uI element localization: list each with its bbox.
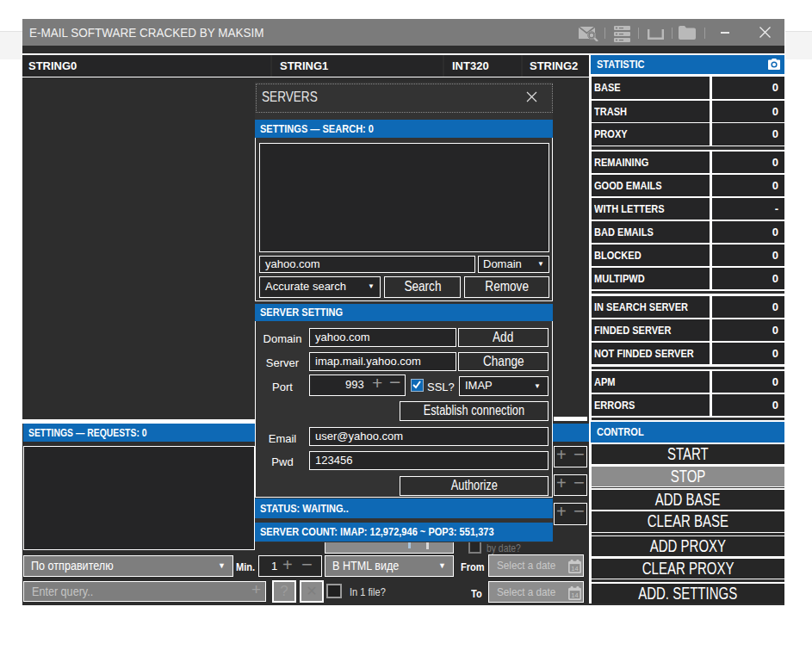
- svg-text:14: 14: [571, 591, 578, 599]
- svg-text:14: 14: [571, 565, 578, 573]
